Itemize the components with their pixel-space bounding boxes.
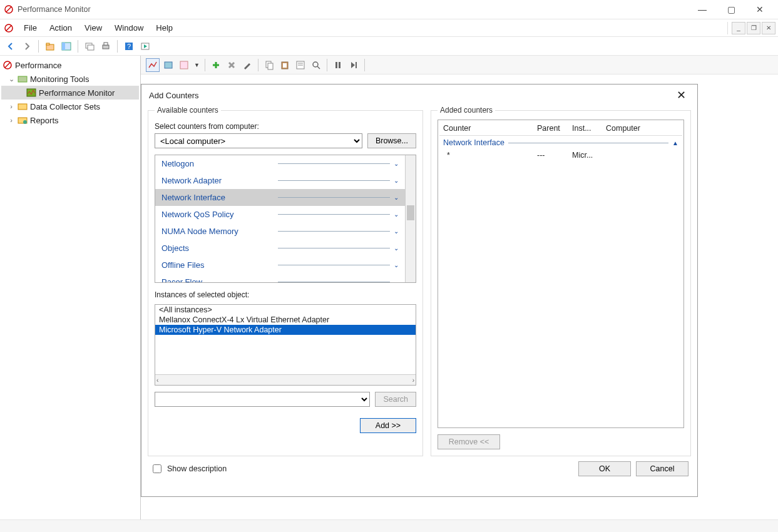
counter-category-row[interactable]: Offline Files⌄ xyxy=(155,257,405,274)
dropdown-arrow-icon[interactable]: ▼ xyxy=(193,62,201,68)
properties-button[interactable] xyxy=(294,58,307,72)
svg-rect-28 xyxy=(283,63,287,68)
svg-rect-9 xyxy=(88,45,94,50)
instance-row[interactable]: Mellanox ConnectX-4 Lx Virtual Ethernet … xyxy=(155,315,416,325)
svg-point-32 xyxy=(313,62,318,67)
mdi-close[interactable]: ✕ xyxy=(762,22,775,34)
add-button[interactable]: Add >> xyxy=(360,418,416,433)
instance-row[interactable]: <All instances> xyxy=(155,305,416,315)
navigation-tree: Performance ⌄ Monitoring Tools Performan… xyxy=(0,56,141,519)
new-window-button[interactable] xyxy=(83,39,96,53)
minimize-button[interactable]: — xyxy=(688,0,717,19)
close-button[interactable]: ✕ xyxy=(745,0,774,19)
show-description-input[interactable] xyxy=(153,464,161,473)
computer-combo[interactable]: <Local computer> xyxy=(155,133,362,148)
update-button[interactable] xyxy=(347,58,361,72)
show-description-checkbox[interactable]: Show description xyxy=(150,463,227,475)
available-counters-panel: Available counters Select counters from … xyxy=(148,106,423,456)
counter-category-row[interactable]: Objects⌄ xyxy=(155,240,405,257)
added-counters-panel: Added counters Counter Parent Inst... Co… xyxy=(431,106,691,456)
chevron-down-icon[interactable]: ⌄ xyxy=(394,177,399,184)
counter-category-row[interactable]: Network Adapter⌄ xyxy=(155,172,405,189)
remove-button[interactable]: Remove << xyxy=(438,434,500,449)
view-graph-button[interactable] xyxy=(146,58,160,72)
tree-reports[interactable]: › Reports xyxy=(1,113,139,127)
add-counter-button[interactable] xyxy=(209,58,223,72)
counter-category-row[interactable]: Pacer Flow⌄ xyxy=(155,274,405,282)
chevron-down-icon[interactable]: ⌄ xyxy=(394,211,399,218)
paste-button[interactable] xyxy=(278,58,292,72)
forward-button[interactable] xyxy=(20,39,34,53)
show-hide-tree-button[interactable] xyxy=(59,39,73,53)
counter-category-row[interactable]: Network Interface⌄ xyxy=(155,189,405,206)
ok-button[interactable]: OK xyxy=(578,461,631,476)
chevron-down-icon[interactable]: ⌄ xyxy=(394,228,399,235)
svg-rect-34 xyxy=(335,62,337,68)
tree-performance-monitor[interactable]: Performance Monitor xyxy=(1,86,139,100)
col-instance[interactable]: Inst... xyxy=(568,121,602,135)
tree-data-collector-sets[interactable]: › Data Collector Sets xyxy=(1,100,139,113)
search-combo[interactable] xyxy=(155,392,370,407)
counter-category-row[interactable]: Netlogon⌄ xyxy=(155,155,405,172)
tree-label: Performance xyxy=(15,61,61,70)
folder-icon xyxy=(18,74,28,84)
expander-icon[interactable]: ⌄ xyxy=(8,75,15,83)
menu-file[interactable]: File xyxy=(18,21,43,34)
browse-button[interactable]: Browse... xyxy=(367,133,416,148)
chevron-up-icon[interactable]: ▲ xyxy=(672,140,678,146)
window-title: Performance Monitor xyxy=(18,5,688,14)
cancel-button[interactable]: Cancel xyxy=(636,461,688,476)
tree-monitoring-tools[interactable]: ⌄ Monitoring Tools xyxy=(1,72,139,86)
up-button[interactable] xyxy=(43,39,57,53)
table-row[interactable]: * --- Micr... xyxy=(439,150,682,161)
expander-icon[interactable]: › xyxy=(8,116,15,124)
col-counter[interactable]: Counter xyxy=(439,121,533,135)
view-report-button[interactable] xyxy=(177,58,191,72)
print-button[interactable] xyxy=(99,39,113,53)
horizontal-scrollbar[interactable]: ‹› xyxy=(155,374,416,385)
added-group-row[interactable]: Network Interface ▲ xyxy=(439,136,682,150)
svg-rect-18 xyxy=(18,76,27,82)
search-button[interactable]: Search xyxy=(375,392,416,407)
tree-label: Data Collector Sets xyxy=(30,102,100,111)
menu-help[interactable]: Help xyxy=(150,21,179,34)
svg-rect-35 xyxy=(339,62,340,68)
mdi-minimize[interactable]: _ xyxy=(732,22,745,34)
copy-button[interactable] xyxy=(262,58,276,72)
col-computer[interactable]: Computer xyxy=(602,121,682,135)
instance-list[interactable]: <All instances>Mellanox ConnectX-4 Lx Vi… xyxy=(155,304,416,386)
counter-category-row[interactable]: NUMA Node Memory⌄ xyxy=(155,223,405,240)
menu-action[interactable]: Action xyxy=(43,21,78,34)
mdi-restore[interactable]: ❐ xyxy=(747,22,760,34)
chevron-down-icon[interactable]: ⌄ xyxy=(394,245,399,252)
select-computer-label: Select counters from computer: xyxy=(155,122,416,131)
mmc-icon xyxy=(4,23,14,33)
chevron-down-icon[interactable]: ⌄ xyxy=(394,262,399,269)
tree-root-performance[interactable]: Performance xyxy=(1,58,139,72)
tree-label: Monitoring Tools xyxy=(30,74,89,84)
dialog-close-button[interactable]: ✕ xyxy=(673,87,690,103)
counter-category-row[interactable]: Network QoS Policy⌄ xyxy=(155,206,405,223)
chevron-down-icon[interactable]: ⌄ xyxy=(394,279,399,282)
menu-view[interactable]: View xyxy=(78,21,108,34)
titlebar: Performance Monitor — ▢ ✕ xyxy=(0,0,778,19)
launch-button[interactable] xyxy=(138,39,152,53)
chevron-down-icon[interactable]: ⌄ xyxy=(394,160,399,167)
col-parent[interactable]: Parent xyxy=(533,121,568,135)
delete-counter-button[interactable] xyxy=(225,58,238,72)
added-counters-table[interactable]: Counter Parent Inst... Computer Network … xyxy=(438,120,684,428)
highlight-button[interactable] xyxy=(240,58,254,72)
counter-category-list[interactable]: Netlogon⌄Network Adapter⌄Network Interfa… xyxy=(155,155,416,283)
zoom-button[interactable] xyxy=(309,58,323,72)
expander-icon[interactable]: › xyxy=(8,103,15,110)
content-pane: ▼ Add Counters ✕ Available c xyxy=(141,56,778,519)
vertical-scrollbar[interactable] xyxy=(405,155,416,282)
view-histogram-button[interactable] xyxy=(161,58,175,72)
chevron-down-icon[interactable]: ⌄ xyxy=(394,194,399,201)
instance-row[interactable]: Microsoft Hyper-V Network Adapter xyxy=(155,325,416,335)
freeze-button[interactable] xyxy=(331,58,345,72)
back-button[interactable] xyxy=(4,39,18,53)
help-button[interactable]: ? xyxy=(122,39,136,53)
menu-window[interactable]: Window xyxy=(108,21,150,34)
maximize-button[interactable]: ▢ xyxy=(717,0,745,19)
